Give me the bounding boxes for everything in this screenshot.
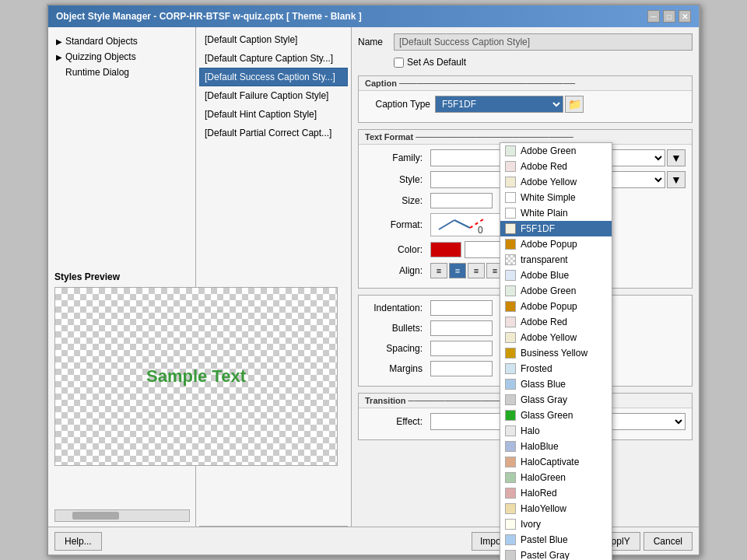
dropdown-item-halo-blue[interactable]: HaloBlue <box>500 439 612 454</box>
dropdown-item-glass-blue[interactable]: Glass Blue <box>500 376 612 392</box>
size-input[interactable] <box>430 193 493 208</box>
expand-arrow-quizzing: ▶ <box>54 52 64 61</box>
dropdown-item-adobe-green-1[interactable]: Adobe Green <box>500 143 612 159</box>
main-window: Object Style Manager - CORP-HR-BTSF w-qu… <box>47 4 700 556</box>
styles-preview-label: Styles Preview <box>48 268 344 285</box>
dropdown-item-pastel-gray[interactable]: Pastel Gray <box>500 548 612 560</box>
tree-label-runtime: Runtime Dialog <box>65 67 129 78</box>
style-item-default-capture[interactable]: [Default Capture Caption Sty...] <box>199 49 348 68</box>
dropdown-item-white-plain[interactable]: White Plain <box>500 205 612 221</box>
dropdown-item-adobe-green-2[interactable]: Adobe Green <box>500 283 612 299</box>
dropdown-item-halo-red[interactable]: HaloRed <box>500 485 612 501</box>
color-swatch[interactable] <box>430 242 461 257</box>
family-folder-btn[interactable]: ▼ <box>667 149 686 166</box>
close-button[interactable]: ✕ <box>679 10 691 23</box>
bottom-left-controls: Help... <box>54 532 102 551</box>
swatch-halo-yellow <box>505 503 516 514</box>
dropdown-item-halo-captivate[interactable]: HaloCaptivate <box>500 454 612 470</box>
style-folder-btn[interactable]: ▼ <box>667 171 686 188</box>
swatch-halo-captivate <box>505 457 516 467</box>
dropdown-item-pastel-blue[interactable]: Pastel Blue <box>500 532 612 548</box>
caption-type-row: Caption Type F5F1DF 📁 <box>365 96 686 113</box>
dropdown-item-glass-gray[interactable]: Glass Gray <box>500 392 612 408</box>
dropdown-item-halo-green[interactable]: HaloGreen <box>500 470 612 485</box>
style-item-default-caption[interactable]: [Default Caption Style] <box>199 30 348 49</box>
style-label: Style: <box>365 174 427 185</box>
help-button[interactable]: Help... <box>54 532 102 551</box>
sample-text: Sample Text <box>146 366 246 387</box>
color-label: Color: <box>365 244 427 255</box>
swatch-adobe-green-2 <box>505 285 516 296</box>
dropdown-item-adobe-blue[interactable]: Adobe Blue <box>500 268 612 283</box>
svg-line-0 <box>439 220 454 229</box>
caption-section: Caption ───────────────────────────── Ca… <box>358 75 693 123</box>
style-item-default-partial[interactable]: [Default Partial Correct Capt...] <box>199 124 348 142</box>
dropdown-item-white-simple[interactable]: White Simple <box>500 190 612 205</box>
window-title: Object Style Manager - CORP-HR-BTSF w-qu… <box>56 11 362 22</box>
swatch-frosted <box>505 363 516 374</box>
swatch-adobe-green-1 <box>505 145 516 156</box>
dropdown-item-adobe-red-2[interactable]: Adobe Red <box>500 314 612 330</box>
dropdown-item-adobe-popup-2[interactable]: Adobe Popup <box>500 299 612 314</box>
caption-type-select-wrap: F5F1DF 📁 <box>435 96 584 113</box>
spacing-input[interactable] <box>430 341 493 356</box>
dropdown-item-frosted[interactable]: Frosted <box>500 361 612 376</box>
dropdown-item-glass-green[interactable]: Glass Green <box>500 408 612 423</box>
caption-type-dropdown: Adobe Green Adobe Red Adobe Yellow White… <box>500 142 612 560</box>
name-field[interactable] <box>394 33 693 51</box>
minimize-button[interactable]: ─ <box>647 10 660 23</box>
size-label: Size: <box>365 195 427 206</box>
maximize-button[interactable]: □ <box>663 10 675 23</box>
swatch-halo <box>505 425 516 436</box>
dropdown-item-f5f1df[interactable]: F5F1DF <box>500 221 612 236</box>
margins-input[interactable] <box>430 361 493 376</box>
svg-line-1 <box>454 220 470 228</box>
swatch-f5f1df <box>505 223 516 234</box>
set-default-label: Set As Default <box>407 57 466 68</box>
indentation-input[interactable] <box>430 300 493 316</box>
swatch-adobe-yellow-1 <box>505 177 516 187</box>
svg-text:0: 0 <box>478 225 483 236</box>
tree-item-runtime-dialog[interactable]: ▶ Runtime Dialog <box>51 65 192 80</box>
dropdown-item-ivory[interactable]: Ivory <box>500 516 612 532</box>
swatch-pastel-gray <box>505 550 516 560</box>
bullets-label: Bullets: <box>365 323 427 334</box>
align-left-button[interactable]: ≡ <box>430 263 447 278</box>
bullets-input[interactable] <box>430 320 493 336</box>
align-right-button[interactable]: ≡ <box>468 263 485 278</box>
dropdown-item-transparent[interactable]: transparent <box>500 252 612 268</box>
align-center-button[interactable]: ≡ <box>449 263 466 278</box>
caption-folder-button[interactable]: 📁 <box>565 96 584 113</box>
swatch-white-plain <box>505 208 516 219</box>
name-field-label: Name <box>358 37 389 47</box>
cancel-button[interactable]: Cancel <box>644 532 693 551</box>
dropdown-item-business-yellow[interactable]: Business Yellow <box>500 345 612 361</box>
family-label: Family: <box>365 152 427 163</box>
swatch-glass-gray <box>505 394 516 405</box>
swatch-adobe-popup-1 <box>505 239 516 250</box>
swatch-adobe-red-1 <box>505 161 516 172</box>
style-item-default-failure[interactable]: [Default Failure Caption Style] <box>199 86 348 105</box>
swatch-business-yellow <box>505 348 516 359</box>
dropdown-item-adobe-red-1[interactable]: Adobe Red <box>500 159 612 174</box>
style-item-default-hint[interactable]: [Default Hint Caption Style] <box>199 105 348 124</box>
format-preview: 0 <box>430 213 500 236</box>
style-item-default-success[interactable]: [Default Success Caption Sty...] <box>199 68 348 86</box>
swatch-adobe-yellow-2 <box>505 332 516 343</box>
swatch-adobe-red-2 <box>505 317 516 327</box>
tree-label-quizzing: Quizzing Objects <box>65 51 136 62</box>
indentation-label: Indentation: <box>365 303 427 313</box>
dropdown-item-halo[interactable]: Halo <box>500 423 612 439</box>
dropdown-item-halo-yellow[interactable]: HaloYellow <box>500 501 612 516</box>
dropdown-item-adobe-yellow-2[interactable]: Adobe Yellow <box>500 330 612 345</box>
name-row: Name <box>358 33 693 51</box>
format-label: Format: <box>365 219 427 230</box>
swatch-adobe-popup-2 <box>505 301 516 312</box>
dropdown-item-adobe-popup-1[interactable]: Adobe Popup <box>500 236 612 252</box>
set-default-checkbox[interactable] <box>394 58 404 68</box>
tree-item-quizzing-objects[interactable]: ▶ Quizzing Objects <box>51 49 192 65</box>
swatch-halo-red <box>505 488 516 499</box>
dropdown-item-adobe-yellow-1[interactable]: Adobe Yellow <box>500 174 612 190</box>
caption-type-select[interactable]: F5F1DF <box>435 96 563 113</box>
tree-item-standard-objects[interactable]: ▶ Standard Objects <box>51 33 192 49</box>
